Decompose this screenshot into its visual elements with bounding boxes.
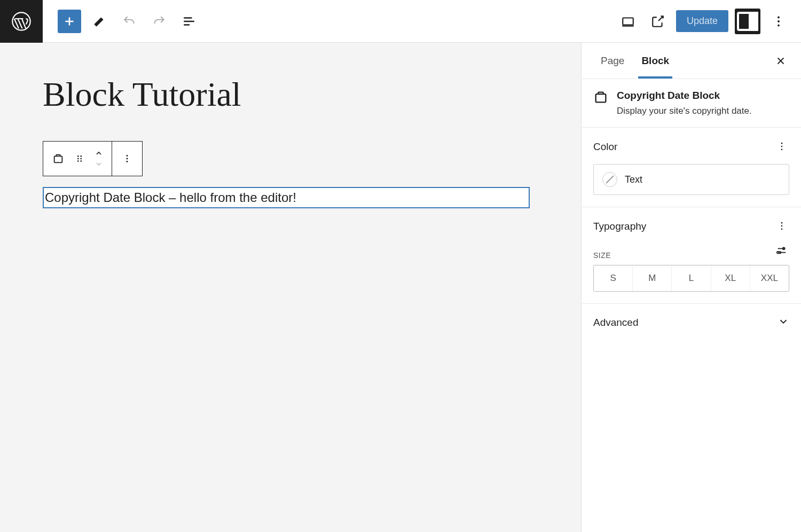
color-swatch-none-icon — [602, 172, 617, 187]
size-l[interactable]: L — [671, 265, 710, 291]
update-button[interactable]: Update — [676, 10, 728, 32]
svg-rect-7 — [54, 156, 62, 162]
svg-point-24 — [783, 247, 785, 249]
svg-point-4 — [778, 16, 780, 18]
svg-point-12 — [80, 158, 82, 160]
size-label: SIZE — [593, 251, 611, 260]
color-panel-title: Color — [593, 141, 617, 153]
color-panel-menu[interactable] — [774, 139, 789, 154]
svg-point-8 — [77, 155, 79, 157]
block-options-button[interactable] — [116, 147, 138, 170]
block-type-icon[interactable] — [48, 147, 69, 170]
block-description: Display your site's copyright date. — [617, 106, 752, 116]
size-s[interactable]: S — [594, 265, 632, 291]
drag-handle-icon[interactable] — [69, 147, 90, 170]
svg-point-19 — [781, 145, 783, 147]
add-block-button[interactable] — [58, 10, 81, 33]
sidebar-tabs: Page Block — [582, 43, 801, 79]
settings-sidebar-toggle[interactable] — [735, 9, 760, 34]
close-sidebar-button[interactable] — [771, 51, 790, 71]
svg-point-21 — [781, 222, 783, 223]
svg-point-5 — [778, 20, 780, 22]
svg-point-9 — [77, 158, 79, 160]
redo-button[interactable] — [147, 10, 171, 33]
advanced-label: Advanced — [593, 317, 639, 328]
edit-tool-button[interactable] — [88, 10, 111, 33]
svg-point-18 — [781, 142, 783, 144]
text-color-control[interactable]: Text — [593, 164, 789, 195]
wordpress-logo[interactable] — [0, 0, 43, 43]
options-menu-button[interactable] — [767, 10, 790, 33]
block-header-icon — [593, 90, 608, 116]
size-m[interactable]: M — [632, 265, 671, 291]
chevron-down-icon — [778, 316, 789, 330]
svg-point-6 — [778, 24, 780, 26]
move-down-button[interactable] — [90, 159, 107, 169]
typography-panel-menu[interactable] — [774, 219, 789, 234]
svg-rect-3 — [750, 13, 757, 30]
block-title: Copyright Date Block — [617, 90, 752, 101]
size-xxl[interactable]: XXL — [750, 265, 789, 291]
block-header: Copyright Date Block Display your site's… — [582, 79, 801, 128]
svg-point-16 — [127, 161, 128, 162]
tab-block[interactable]: Block — [633, 44, 678, 77]
open-preview-button[interactable] — [646, 10, 670, 33]
custom-size-toggle[interactable] — [774, 244, 789, 259]
page-title[interactable]: Block Tutorial — [43, 75, 538, 114]
svg-point-10 — [77, 160, 79, 162]
svg-point-22 — [781, 225, 783, 226]
top-toolbar: Update — [0, 0, 801, 43]
svg-point-15 — [127, 158, 128, 160]
advanced-panel-toggle[interactable]: Advanced — [582, 304, 801, 341]
view-button[interactable] — [616, 10, 640, 33]
svg-point-13 — [80, 160, 82, 162]
document-overview-button[interactable] — [177, 10, 201, 33]
block-mover — [90, 148, 107, 169]
size-xl[interactable]: XL — [711, 265, 750, 291]
typography-panel: Typography SIZE S M L XL XXL — [582, 207, 801, 304]
editor-canvas[interactable]: Block Tutorial Copyright Date — [0, 43, 581, 532]
block-toolbar — [43, 141, 143, 176]
move-up-button[interactable] — [90, 148, 107, 159]
svg-point-25 — [779, 251, 781, 253]
settings-sidebar: Page Block Copyright Date Block Display … — [581, 43, 801, 532]
tab-page[interactable]: Page — [592, 44, 633, 77]
svg-rect-1 — [623, 18, 633, 25]
svg-rect-17 — [596, 94, 606, 102]
svg-point-11 — [80, 155, 82, 157]
selected-block[interactable]: Copyright Date Block – hello from the ed… — [43, 187, 530, 208]
color-panel: Color Text — [582, 128, 801, 207]
typography-panel-title: Typography — [593, 221, 646, 232]
svg-point-23 — [781, 228, 783, 230]
font-size-picker: S M L XL XXL — [593, 265, 789, 292]
svg-point-20 — [781, 148, 783, 150]
undo-button[interactable] — [117, 10, 141, 33]
text-color-label: Text — [625, 174, 642, 185]
svg-point-14 — [127, 155, 128, 157]
